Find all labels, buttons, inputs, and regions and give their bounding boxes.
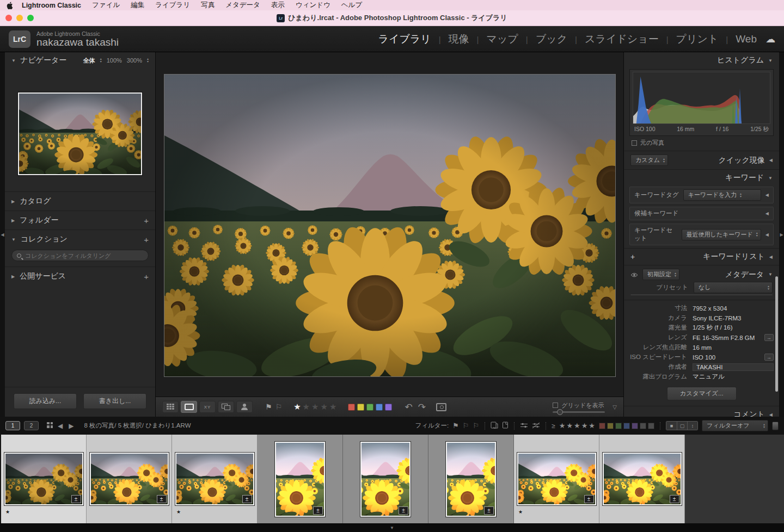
toolbar-options-arrow[interactable]: ▽ bbox=[612, 404, 617, 410]
collections-section[interactable]: ▼ コレクション + bbox=[5, 230, 155, 249]
star-icon[interactable]: ★ bbox=[559, 422, 566, 430]
filter-unflagged-icon[interactable]: ⚐ bbox=[463, 422, 469, 430]
module-tab[interactable]: ブック bbox=[518, 32, 567, 46]
adjustment-badge-icon[interactable]: ± bbox=[399, 506, 408, 515]
publish-services-section[interactable]: ▶ 公開サービス + bbox=[5, 267, 155, 286]
menu-item[interactable]: 表示 bbox=[266, 1, 290, 10]
minimize-button[interactable] bbox=[16, 15, 23, 21]
filmstrip-cell[interactable]: ± ★ bbox=[172, 435, 258, 523]
survey-view-button[interactable] bbox=[218, 401, 234, 413]
filter-color-chip[interactable] bbox=[632, 423, 638, 429]
filmstrip-status[interactable]: 8 枚の写真/ 5 枚選択/ ひまわり1.ARW bbox=[84, 422, 191, 430]
original-photo-checkbox[interactable] bbox=[632, 140, 637, 146]
photo-thumbnail[interactable]: ± bbox=[90, 453, 169, 505]
color-label-chip[interactable] bbox=[376, 404, 383, 411]
adjustment-badge-icon[interactable]: ± bbox=[313, 506, 323, 515]
metadata-action-button[interactable]: → bbox=[764, 334, 774, 341]
adjustment-badge-icon[interactable]: ± bbox=[484, 506, 494, 515]
metadata-preset-dropdown[interactable]: なし ▴▾ bbox=[694, 282, 773, 293]
adjustment-badge-icon[interactable]: ± bbox=[157, 495, 167, 503]
menu-item[interactable]: Lightroom Classic bbox=[16, 2, 87, 9]
color-label-chip[interactable] bbox=[357, 404, 364, 411]
show-grid-checkbox[interactable] bbox=[553, 403, 558, 408]
main-photo[interactable] bbox=[164, 75, 615, 376]
left-panel-collapse[interactable]: ◀ bbox=[0, 52, 5, 417]
folders-section[interactable]: ▶ フォルダー + bbox=[5, 211, 155, 230]
module-tab[interactable]: プリント bbox=[659, 32, 719, 46]
filter-color-chip[interactable] bbox=[648, 423, 654, 429]
module-tab[interactable]: マップ bbox=[469, 32, 518, 46]
filter-preset-dropdown[interactable]: フィルターオフ ▴▾ bbox=[702, 420, 768, 431]
quick-develop-header[interactable]: カスタム ▴▾ クイック現像 ◀ bbox=[624, 151, 779, 169]
filter-edited-icon[interactable] bbox=[520, 422, 528, 430]
photo-thumbnail[interactable]: ± bbox=[360, 442, 411, 517]
menu-item[interactable]: ヘルプ bbox=[336, 1, 367, 10]
adjustment-badge-icon[interactable]: ± bbox=[584, 495, 594, 503]
maximize-button[interactable] bbox=[27, 15, 34, 21]
triangle-left-icon[interactable]: ◀ bbox=[765, 232, 769, 237]
adjustment-badge-icon[interactable]: ± bbox=[670, 495, 679, 503]
customize-button[interactable]: カスタマイズ... bbox=[667, 387, 737, 400]
color-label-chip[interactable] bbox=[385, 404, 392, 411]
triangle-left-icon[interactable]: ◀ bbox=[765, 193, 769, 197]
metadata-view-dropdown[interactable]: 初期設定 ▴▾ bbox=[642, 269, 679, 280]
photo-thumbnail[interactable]: ± bbox=[603, 453, 682, 505]
photo-thumbnail[interactable]: ± bbox=[446, 442, 496, 517]
star-icon[interactable]: ★ bbox=[293, 402, 301, 412]
star-icon[interactable]: ★ bbox=[303, 402, 310, 412]
catalog-section[interactable]: ▶ カタログ bbox=[5, 191, 155, 211]
color-label-chip[interactable] bbox=[366, 404, 373, 411]
module-tab[interactable]: Web bbox=[718, 33, 757, 45]
color-label-chip[interactable] bbox=[348, 404, 355, 411]
add-folder-button[interactable]: + bbox=[144, 216, 149, 225]
export-button[interactable]: 書き出し... bbox=[83, 393, 146, 409]
star-icon[interactable]: ★ bbox=[581, 422, 588, 430]
star-icon[interactable]: ★ bbox=[566, 422, 573, 430]
previous-photo-arrow[interactable]: ◀ bbox=[57, 422, 64, 430]
add-collection-button[interactable]: + bbox=[144, 235, 149, 244]
filmstrip-cell[interactable]: ± ★ bbox=[258, 435, 343, 523]
filter-flagged-button[interactable]: ■ bbox=[666, 422, 677, 430]
photo-thumbnail[interactable]: ± bbox=[175, 453, 254, 505]
eye-icon[interactable] bbox=[630, 270, 638, 279]
collection-filter-input[interactable] bbox=[25, 252, 143, 259]
histogram-header[interactable]: ヒストグラム ▼ bbox=[624, 52, 779, 69]
filmstrip-cell[interactable]: ± ★ bbox=[428, 435, 514, 523]
filmstrip-cell[interactable]: ± ★ bbox=[1, 435, 87, 523]
keyword-list-header[interactable]: + キーワードリスト ◀ bbox=[624, 248, 779, 265]
right-panel-collapse[interactable]: ▶ bbox=[779, 52, 784, 417]
rotate-right-icon[interactable]: ↷ bbox=[418, 401, 426, 413]
keyword-set-dropdown[interactable]: 最近使用したキーワード ▴▾ bbox=[682, 229, 761, 240]
grid-size-slider[interactable] bbox=[553, 411, 605, 413]
filter-color-chip[interactable] bbox=[640, 423, 646, 429]
import-button[interactable]: 読み込み... bbox=[14, 393, 77, 409]
filmstrip-cell[interactable]: ± ★ bbox=[599, 435, 685, 523]
grid-view-button[interactable] bbox=[162, 401, 179, 413]
metadata-header[interactable]: 初期設定 ▴▾ メタデータ ▼ bbox=[624, 265, 779, 283]
quick-develop-preset-dropdown[interactable]: カスタム ▴▾ bbox=[630, 154, 668, 166]
metadata-action-button[interactable]: → bbox=[764, 354, 774, 361]
menu-item[interactable]: 写真 bbox=[195, 1, 220, 10]
slider-thumb[interactable] bbox=[557, 409, 563, 415]
filter-edit-button[interactable]: ↕ bbox=[687, 422, 697, 430]
target-photo-button[interactable]: ターゲット写真 bbox=[631, 295, 701, 295]
zoom-stepper[interactable]: ▴▾ bbox=[147, 58, 149, 63]
add-keyword-button[interactable]: + bbox=[630, 252, 635, 261]
zoom-fit-stepper[interactable]: ▴▾ bbox=[100, 58, 102, 63]
add-publish-service-button[interactable]: + bbox=[144, 272, 149, 281]
photo-thumbnail[interactable]: ± bbox=[275, 442, 325, 517]
selected-photos-button[interactable]: 選択した写真 bbox=[701, 295, 772, 295]
filter-virtual-copy-button[interactable]: ▢ bbox=[677, 422, 687, 430]
adjustment-badge-icon[interactable]: ± bbox=[242, 495, 252, 503]
triangle-left-icon[interactable]: ◀ bbox=[765, 211, 769, 216]
reject-flag-icon[interactable]: ⚐ bbox=[275, 403, 283, 411]
zoom-300[interactable]: 300% bbox=[127, 57, 142, 64]
module-tab[interactable]: スライドショー bbox=[567, 32, 659, 46]
right-panel-scrollbar[interactable] bbox=[775, 276, 778, 392]
filter-color-chip[interactable] bbox=[615, 423, 622, 429]
filmstrip-cell[interactable]: ± ★ bbox=[514, 435, 599, 523]
rating-ge-label[interactable]: ≥ bbox=[552, 422, 555, 430]
bottom-panel-collapse[interactable]: ▼ bbox=[0, 523, 784, 532]
star-icon[interactable]: ★ bbox=[589, 422, 595, 430]
comments-header[interactable]: コメント ◀ bbox=[624, 406, 779, 417]
